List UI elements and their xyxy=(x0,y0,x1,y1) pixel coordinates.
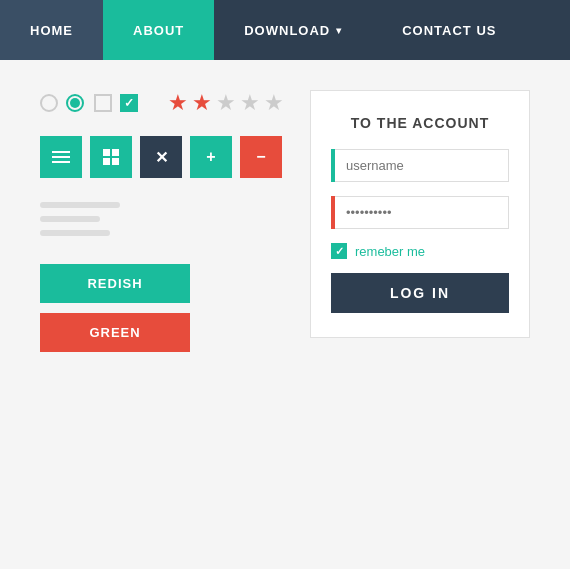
username-bar xyxy=(331,149,335,182)
navbar: HOME ABOUT DOWNLOAD ▾ CONTACT US xyxy=(0,0,570,60)
password-input-wrap xyxy=(331,196,509,229)
remember-checkmark-icon: ✓ xyxy=(335,245,344,258)
username-input-wrap xyxy=(331,149,509,182)
redish-button[interactable]: REDISH xyxy=(40,264,190,303)
nav-contact[interactable]: CONTACT US xyxy=(372,0,526,60)
login-button[interactable]: LOG IN xyxy=(331,273,509,313)
password-input[interactable] xyxy=(331,196,509,229)
nav-home[interactable]: HOME xyxy=(0,0,103,60)
list-bar-1 xyxy=(40,202,120,208)
checkbox-group: ✓ xyxy=(94,94,138,112)
radio-group xyxy=(40,94,84,112)
close-button[interactable]: ✕ xyxy=(140,136,182,178)
list-bar-3 xyxy=(40,230,110,236)
grid-icon xyxy=(103,149,119,165)
remember-checkbox[interactable]: ✓ xyxy=(331,243,347,259)
nav-about[interactable]: ABOUT xyxy=(103,0,214,60)
checkmark-icon: ✓ xyxy=(124,96,134,110)
main-content: ✓ ★ ★ ★ ★ ★ xyxy=(0,60,570,569)
radio-inner-dot xyxy=(70,98,80,108)
hamburger-icon xyxy=(52,151,70,163)
star-1[interactable]: ★ xyxy=(168,90,188,116)
hamburger-button[interactable] xyxy=(40,136,82,178)
password-bar xyxy=(331,196,335,229)
minus-button[interactable]: − xyxy=(240,136,282,178)
login-card: TO THE ACCOUNT ✓ remeber me LOG IN xyxy=(310,90,530,338)
remember-row: ✓ remeber me xyxy=(331,243,509,259)
dropdown-arrow-icon: ▾ xyxy=(336,25,342,36)
list-bar-2 xyxy=(40,216,100,222)
icon-buttons-row: ✕ + − xyxy=(40,136,290,178)
controls-row: ✓ ★ ★ ★ ★ ★ xyxy=(40,90,290,116)
username-input[interactable] xyxy=(331,149,509,182)
plus-icon: + xyxy=(206,148,215,166)
nav-home-label: HOME xyxy=(30,23,73,38)
radio-unchecked[interactable] xyxy=(40,94,58,112)
close-icon: ✕ xyxy=(155,148,168,167)
star-4[interactable]: ★ xyxy=(240,90,260,116)
star-rating: ★ ★ ★ ★ ★ xyxy=(168,90,284,116)
nav-about-label: ABOUT xyxy=(133,23,184,38)
plus-button[interactable]: + xyxy=(190,136,232,178)
login-title: TO THE ACCOUNT xyxy=(331,115,509,131)
star-5[interactable]: ★ xyxy=(264,90,284,116)
list-items-section xyxy=(40,202,290,236)
buttons-section: REDISH GREEN xyxy=(40,264,290,352)
star-3[interactable]: ★ xyxy=(216,90,236,116)
checkbox-checked[interactable]: ✓ xyxy=(120,94,138,112)
grid-button[interactable] xyxy=(90,136,132,178)
nav-download[interactable]: DOWNLOAD ▾ xyxy=(214,0,372,60)
radio-checked[interactable] xyxy=(66,94,84,112)
minus-icon: − xyxy=(256,148,265,166)
green-button[interactable]: GREEN xyxy=(40,313,190,352)
left-panel: ✓ ★ ★ ★ ★ ★ xyxy=(40,90,290,539)
remember-label: remeber me xyxy=(355,244,425,259)
nav-contact-label: CONTACT US xyxy=(402,23,496,38)
checkbox-unchecked[interactable] xyxy=(94,94,112,112)
star-2[interactable]: ★ xyxy=(192,90,212,116)
nav-download-label: DOWNLOAD xyxy=(244,23,330,38)
